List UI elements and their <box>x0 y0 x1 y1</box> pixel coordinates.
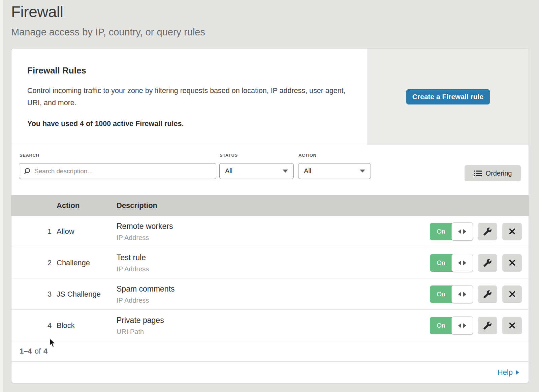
rule-description-cell: Remote workers IP Address <box>117 221 173 241</box>
wrench-icon <box>483 321 492 330</box>
rule-match-type: URI Path <box>117 328 164 335</box>
rule-action: JS Challenge <box>57 290 101 299</box>
ordering-button[interactable]: Ordering <box>465 165 521 181</box>
status-selected-value: All <box>225 167 232 175</box>
rule-enabled-toggle[interactable]: On <box>430 317 473 334</box>
filter-bar: SEARCH STATUS All ACTION All <box>11 146 529 195</box>
close-icon <box>509 291 516 298</box>
rule-controls: On <box>430 285 522 303</box>
close-icon <box>509 322 516 329</box>
table-row: 3 JS Challenge Spam comments IP Address … <box>11 279 529 310</box>
wrench-icon <box>483 290 492 299</box>
firewall-rules-card: Firewall Rules Control incoming traffic … <box>11 48 529 383</box>
horizontal-arrows-icon[interactable] <box>451 222 473 241</box>
rule-priority: 3 <box>43 290 56 299</box>
search-input[interactable] <box>34 168 212 175</box>
toggle-on-label: On <box>430 317 452 334</box>
rule-description: Spam comments <box>117 284 175 293</box>
ordering-list-icon <box>474 170 482 177</box>
wrench-icon <box>483 259 492 267</box>
rule-match-type: IP Address <box>117 234 173 241</box>
help-link[interactable]: Help <box>498 368 519 377</box>
horizontal-arrows-icon[interactable] <box>451 254 473 272</box>
search-field[interactable] <box>19 163 216 179</box>
edit-rule-button[interactable] <box>478 223 497 240</box>
rule-description: Private pages <box>117 315 164 325</box>
pagination-range: 1–4 <box>20 347 32 356</box>
toggle-on-label: On <box>430 223 452 240</box>
help-link-label: Help <box>498 368 513 377</box>
help-row: Help <box>11 361 529 383</box>
delete-rule-button[interactable] <box>502 254 522 272</box>
rule-enabled-toggle[interactable]: On <box>430 223 473 240</box>
edit-rule-button[interactable] <box>478 317 497 334</box>
chevron-down-icon <box>283 170 288 173</box>
pagination-total: 4 <box>43 347 47 356</box>
delete-rule-button[interactable] <box>502 223 522 240</box>
close-icon <box>509 228 516 235</box>
rules-summary-text: Firewall Rules Control incoming traffic … <box>27 65 357 128</box>
delete-rule-button[interactable] <box>502 317 522 334</box>
horizontal-arrows-icon[interactable] <box>451 316 473 335</box>
horizontal-arrows-icon[interactable] <box>451 285 473 303</box>
search-label: SEARCH <box>20 153 39 158</box>
table-row: 2 Challenge Test rule IP Address On <box>11 247 529 278</box>
edit-rule-button[interactable] <box>478 285 497 303</box>
column-header-description: Description <box>117 201 157 210</box>
table-header: Action Description <box>11 195 529 216</box>
delete-rule-button[interactable] <box>502 285 522 303</box>
wrench-icon <box>483 227 492 236</box>
rule-action: Challenge <box>57 259 90 267</box>
rule-match-type: IP Address <box>117 265 149 273</box>
section-description: Control incoming traffic to your zone by… <box>27 85 347 109</box>
rule-enabled-toggle[interactable]: On <box>430 254 473 272</box>
rule-match-type: IP Address <box>117 296 175 304</box>
rule-controls: On <box>430 317 522 334</box>
firewall-page: Firewall Manage access by IP, country, o… <box>0 0 539 392</box>
rule-description-cell: Spam comments IP Address <box>117 284 175 304</box>
rule-priority: 1 <box>43 227 56 236</box>
action-label: ACTION <box>298 153 316 158</box>
page-title: Firewall <box>11 3 63 21</box>
search-icon <box>24 168 31 175</box>
rule-description-cell: Private pages URI Path <box>117 315 164 335</box>
create-rule-panel: Create a Firewall rule <box>367 49 529 145</box>
ordering-button-label: Ordering <box>486 170 512 177</box>
usage-summary: You have used 4 of 1000 active Firewall … <box>27 120 357 128</box>
close-icon <box>509 259 516 266</box>
window-edge <box>0 0 3 392</box>
section-heading: Firewall Rules <box>27 65 357 76</box>
rule-action: Allow <box>57 227 74 236</box>
rule-description: Remote workers <box>117 221 173 231</box>
rule-controls: On <box>430 254 522 272</box>
rule-priority: 2 <box>43 259 56 267</box>
table-row: 4 Block Private pages URI Path On <box>11 310 529 341</box>
help-arrow-icon <box>516 370 519 375</box>
page-subtitle: Manage access by IP, country, or query r… <box>11 27 205 38</box>
pagination-of: of <box>35 347 41 356</box>
rules-summary-section: Firewall Rules Control incoming traffic … <box>11 49 529 145</box>
rule-description: Test rule <box>117 253 149 262</box>
rule-action: Block <box>57 321 75 330</box>
toggle-on-label: On <box>430 254 452 272</box>
status-select[interactable]: All <box>219 163 294 179</box>
rule-controls: On <box>430 223 522 240</box>
chevron-down-icon <box>360 170 365 173</box>
rule-priority: 4 <box>43 321 56 330</box>
create-firewall-rule-button[interactable]: Create a Firewall rule <box>406 89 490 104</box>
action-select[interactable]: All <box>298 163 371 179</box>
status-label: STATUS <box>220 153 238 158</box>
table-row: 1 Allow Remote workers IP Address On <box>11 216 529 247</box>
toggle-on-label: On <box>430 285 452 303</box>
rule-description-cell: Test rule IP Address <box>117 253 149 273</box>
column-header-action: Action <box>57 201 80 210</box>
pagination-summary: 1–4 of 4 <box>11 341 529 361</box>
rule-enabled-toggle[interactable]: On <box>430 285 473 303</box>
edit-rule-button[interactable] <box>478 254 497 272</box>
action-selected-value: All <box>304 167 311 175</box>
